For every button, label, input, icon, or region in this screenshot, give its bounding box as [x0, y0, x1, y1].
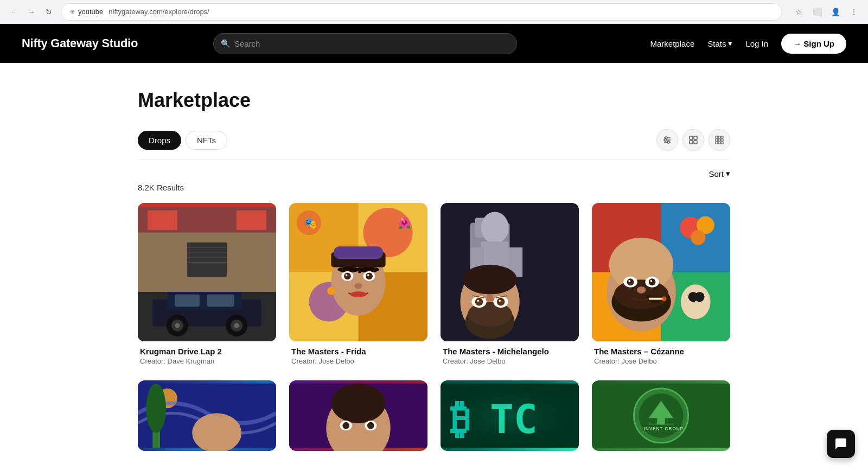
svg-rect-51	[359, 267, 361, 273]
browser-chrome: ← → ↻ ⊕ youtube niftygateway.com/explore…	[0, 0, 868, 24]
marketplace-nav-link[interactable]: Marketplace	[650, 39, 695, 48]
svg-rect-9	[694, 141, 697, 144]
main-content: Marketplace Drops NFTs	[125, 63, 743, 451]
nft-card-5[interactable]	[138, 380, 276, 451]
grid-small-button[interactable]	[709, 129, 730, 151]
svg-point-108	[694, 292, 704, 302]
svg-rect-48	[334, 246, 383, 259]
card-image-4	[592, 203, 730, 341]
url-text: niftygateway.com/explore/drops/	[108, 8, 209, 16]
view-controls	[656, 129, 730, 151]
svg-point-56	[366, 272, 373, 279]
card-info-3: The Masters - Michelangelo Creator: Jose…	[441, 341, 579, 367]
browser-actions: ☆ ⬜ 👤 ⋮	[791, 4, 861, 20]
menu-button[interactable]: ⋮	[846, 4, 861, 20]
card-creator-1: Creator: Dave Krugman	[140, 357, 274, 365]
sort-bar: Sort ▾	[138, 169, 730, 179]
stats-nav-link[interactable]: Stats ▾	[707, 39, 732, 48]
svg-rect-11	[718, 136, 720, 138]
bookmark-button[interactable]: ☆	[791, 4, 806, 20]
svg-point-116	[331, 384, 385, 423]
svg-point-120	[367, 422, 374, 429]
svg-rect-13	[716, 139, 718, 141]
svg-point-59	[350, 291, 366, 297]
search-icon: 🔍	[221, 39, 230, 48]
address-icon: ⊕	[70, 8, 75, 15]
chat-icon	[834, 437, 847, 450]
address-bar[interactable]: ⊕ youtube niftygateway.com/explore/drops…	[61, 3, 782, 21]
svg-point-37	[175, 323, 180, 328]
svg-point-54	[346, 274, 348, 276]
card-title-2: The Masters - Frida	[291, 347, 425, 356]
search-wrapper: 🔍	[213, 33, 517, 54]
page-title: Marketplace	[138, 89, 730, 112]
back-button[interactable]: ←	[7, 4, 22, 20]
search-input[interactable]	[213, 33, 517, 54]
navbar-logo[interactable]: Nifty Gateway Studio	[22, 36, 138, 50]
svg-rect-21	[138, 203, 276, 207]
nft-card-8[interactable]: INVENT GROUP	[592, 380, 730, 451]
forward-button[interactable]: →	[24, 4, 39, 20]
card-art-4	[592, 203, 730, 341]
nft-card-3[interactable]: The Masters - Michelangelo Creator: Jose…	[441, 203, 579, 367]
svg-rect-14	[718, 139, 720, 141]
svg-point-113	[192, 413, 241, 451]
svg-point-81	[497, 298, 505, 306]
nft-card-7[interactable]: ₿ TC	[441, 380, 579, 451]
svg-point-101	[649, 278, 656, 285]
card-art-7: ₿ TC	[441, 380, 579, 451]
card-creator-3: Creator: Jose Delbo	[443, 357, 577, 365]
card-title-3: The Masters - Michelangelo	[443, 347, 577, 356]
card-info-1: Krugman Drive Lap 2 Creator: Dave Krugma…	[138, 341, 276, 367]
chevron-down-icon: ▾	[726, 169, 730, 179]
navbar: Nifty Gateway Studio 🔍 Marketplace Stats…	[0, 24, 868, 63]
svg-text:🌺: 🌺	[398, 217, 411, 230]
results-count: 8.2K Results	[138, 183, 730, 192]
filter-bar: Drops NFTs	[138, 129, 730, 160]
chat-button[interactable]	[827, 430, 855, 451]
svg-point-92	[691, 230, 705, 245]
nft-card-4[interactable]: The Masters – Cézanne Creator: Jose Delb…	[592, 203, 730, 367]
tab-drops[interactable]: Drops	[138, 131, 181, 150]
svg-rect-25	[187, 243, 227, 277]
card-art-3	[441, 203, 579, 341]
card-creator-4: Creator: Jose Delbo	[594, 357, 728, 365]
svg-rect-8	[690, 141, 693, 144]
svg-point-78	[475, 298, 483, 306]
card-art-8: INVENT GROUP	[592, 380, 730, 451]
svg-point-76	[463, 265, 517, 295]
svg-rect-33	[175, 294, 200, 307]
svg-point-96	[614, 279, 668, 309]
nft-card-1[interactable]: Krugman Drive Lap 2 Creator: Dave Krugma…	[138, 203, 276, 367]
filter-icon-button[interactable]	[656, 129, 678, 151]
grid-large-icon	[689, 136, 698, 144]
svg-rect-34	[207, 294, 234, 307]
nft-card-2[interactable]: 🎭 🌺 The Masters - Frida Creator: Jose De…	[289, 203, 427, 367]
svg-point-60	[327, 287, 335, 295]
svg-point-102	[650, 280, 652, 282]
svg-point-79	[477, 300, 479, 302]
login-button[interactable]: Log In	[745, 39, 768, 48]
svg-rect-22	[148, 211, 177, 230]
refresh-button[interactable]: ↻	[41, 4, 56, 20]
bottom-row: ₿ TC	[138, 380, 730, 451]
svg-point-118	[342, 422, 349, 429]
svg-point-57	[367, 274, 369, 276]
profile-button[interactable]: 👤	[828, 4, 843, 20]
extensions-button[interactable]: ⬜	[809, 4, 825, 20]
svg-point-98	[627, 278, 634, 285]
svg-point-3	[667, 141, 669, 143]
svg-rect-10	[716, 136, 718, 138]
tab-nfts[interactable]: NFTs	[186, 131, 227, 150]
svg-text:INVENT GROUP: INVENT GROUP	[644, 427, 684, 431]
signup-button[interactable]: → Sign Up	[781, 34, 846, 54]
nft-card-6[interactable]	[289, 380, 427, 451]
svg-rect-12	[721, 136, 723, 138]
svg-point-112	[146, 384, 165, 433]
card-art-5	[138, 380, 276, 451]
sort-button[interactable]: Sort ▾	[709, 169, 730, 179]
card-info-4: The Masters – Cézanne Creator: Jose Delb…	[592, 341, 730, 367]
grid-large-button[interactable]	[682, 129, 704, 151]
svg-rect-23	[237, 211, 266, 230]
svg-point-5	[664, 139, 666, 141]
